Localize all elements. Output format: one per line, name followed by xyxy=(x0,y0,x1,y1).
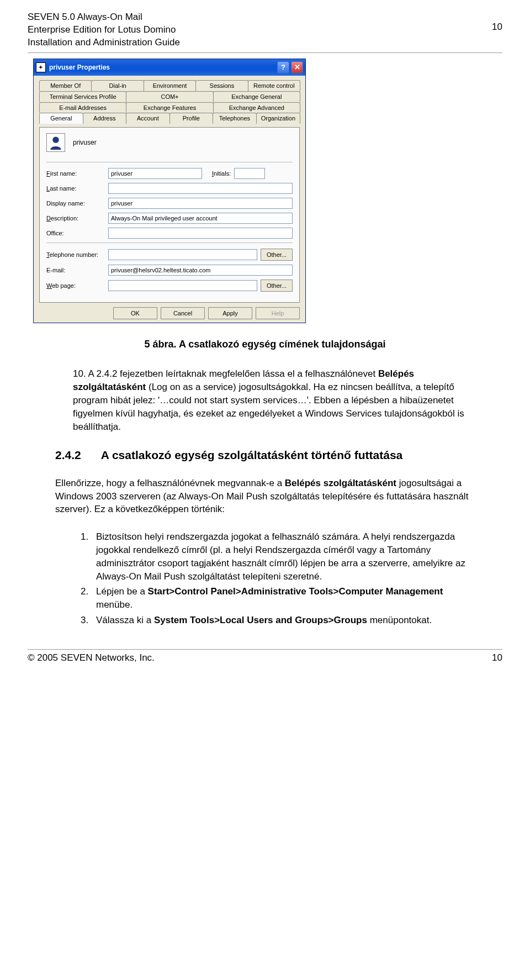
svg-point-0 xyxy=(52,137,59,143)
header-line2: Enterprise Edition for Lotus Domino xyxy=(28,24,180,36)
office-input[interactable] xyxy=(108,228,293,239)
window-title: privuser Properties xyxy=(49,63,110,72)
tab-account[interactable]: Account xyxy=(126,113,170,124)
label-office: Office: xyxy=(46,229,108,238)
footer-copyright: © 2005 SEVEN Networks, Inc. xyxy=(28,652,155,665)
telephone-input[interactable] xyxy=(108,249,257,260)
last-name-input[interactable] xyxy=(108,183,293,194)
tab-address[interactable]: Address xyxy=(83,113,127,124)
para1-a: 10. A 2.4.2 fejezetben leírtaknak megfel… xyxy=(73,368,378,379)
tab-com-plus[interactable]: COM+ xyxy=(126,91,213,102)
list-item: 3. Válassza ki a System Tools>Local User… xyxy=(81,614,475,627)
list-text-2: Lépjen be a Start>Control Panel>Administ… xyxy=(96,585,475,612)
properties-dialog: ✦ privuser Properties ? ✕ Member Of Dial… xyxy=(33,59,306,323)
para2-a: Ellenőrizze, hogy a felhasználónévnek me… xyxy=(55,478,285,488)
paragraph-2: Ellenőrizze, hogy a felhasználónévnek me… xyxy=(55,477,475,516)
telephone-other-button[interactable]: Other... xyxy=(261,249,293,261)
tab-terminal-services-profile[interactable]: Terminal Services Profile xyxy=(39,91,126,102)
apply-button[interactable]: Apply xyxy=(208,307,252,319)
tab-environment[interactable]: Environment xyxy=(144,80,196,91)
tab-exchange-general[interactable]: Exchange General xyxy=(213,91,300,102)
list-item: 1. Biztosítson helyi rendszergazda jogok… xyxy=(81,530,475,583)
tab-general[interactable]: General xyxy=(39,113,83,124)
label-email: E-mail: xyxy=(46,266,108,275)
ok-button[interactable]: OK xyxy=(113,307,157,319)
tab-organization[interactable]: Organization xyxy=(256,113,300,124)
webpage-other-button[interactable]: Other... xyxy=(261,280,293,292)
help-button[interactable]: ? xyxy=(277,61,289,73)
email-input[interactable] xyxy=(108,265,293,276)
tab-sessions[interactable]: Sessions xyxy=(195,80,248,91)
header-page-number: 10 xyxy=(492,11,502,34)
initials-input[interactable] xyxy=(234,168,265,179)
display-name-input[interactable] xyxy=(108,198,293,209)
figure-caption: 5 ábra. A csatlakozó egység címének tula… xyxy=(28,338,502,351)
header-line3: Installation and Administration Guide xyxy=(28,36,180,49)
list-text-1: Biztosítson helyi rendszergazda jogokat … xyxy=(96,530,475,583)
tab-stack: Member Of Dial-in Environment Sessions R… xyxy=(39,80,300,124)
list-number: 3. xyxy=(81,614,96,627)
tab-dial-in[interactable]: Dial-in xyxy=(91,80,144,91)
close-button[interactable]: ✕ xyxy=(291,61,303,73)
label-initials: Initials: xyxy=(212,170,231,178)
tab-exchange-advanced[interactable]: Exchange Advanced xyxy=(213,102,300,113)
first-name-input[interactable] xyxy=(108,168,202,179)
list-item: 2. Lépjen be a Start>Control Panel>Admin… xyxy=(81,585,475,612)
tab-remote-control[interactable]: Remote control xyxy=(248,80,300,91)
list-text-3: Válassza ki a System Tools>Local Users a… xyxy=(96,614,432,627)
header-line1: SEVEN 5.0 Always-On Mail xyxy=(28,11,180,24)
footer-page-number: 10 xyxy=(492,652,502,665)
user-avatar-icon xyxy=(46,133,65,152)
label-webpage: Web page: xyxy=(46,282,108,290)
section-title: A csatlakozó egység szolgáltatásként tör… xyxy=(101,449,403,461)
dialog-screenshot: ✦ privuser Properties ? ✕ Member Of Dial… xyxy=(33,59,502,323)
cancel-button[interactable]: Cancel xyxy=(161,307,205,319)
tab-profile[interactable]: Profile xyxy=(169,113,214,124)
paragraph-1: 10. A 2.4.2 fejezetben leírtaknak megfel… xyxy=(73,367,475,433)
username-display: privuser xyxy=(73,138,97,147)
section-number: 2.4.2 xyxy=(55,449,81,461)
window-icon: ✦ xyxy=(36,62,46,72)
header-text: SEVEN 5.0 Always-On Mail Enterprise Edit… xyxy=(28,11,180,49)
page-footer: © 2005 SEVEN Networks, Inc. 10 xyxy=(28,649,502,665)
label-telephone: Telephone number: xyxy=(46,251,108,259)
para2-b: Belépés szolgáltatásként xyxy=(285,478,396,488)
label-first-name: First name: xyxy=(46,170,108,178)
numbered-list: 1. Biztosítson helyi rendszergazda jogok… xyxy=(81,530,475,627)
description-input[interactable] xyxy=(108,213,293,224)
section-heading: 2.4.2A csatlakozó egység szolgáltatáskén… xyxy=(55,447,502,463)
webpage-input[interactable] xyxy=(108,280,257,291)
help-dialog-button[interactable]: Help xyxy=(256,307,300,319)
titlebar[interactable]: ✦ privuser Properties ? ✕ xyxy=(34,59,305,76)
page-header: SEVEN 5.0 Always-On Mail Enterprise Edit… xyxy=(28,11,502,53)
tab-email-addresses[interactable]: E-mail Addresses xyxy=(39,102,126,113)
tab-telephones[interactable]: Telephones xyxy=(213,113,257,124)
list-number: 2. xyxy=(81,585,96,612)
general-panel: privuser First name: Initials: Last name… xyxy=(39,127,300,303)
tab-member-of[interactable]: Member Of xyxy=(39,80,92,91)
label-last-name: Last name: xyxy=(46,185,108,193)
label-description: Description: xyxy=(46,214,108,223)
tab-exchange-features[interactable]: Exchange Features xyxy=(126,102,213,113)
list-number: 1. xyxy=(81,530,96,583)
label-display-name: Display name: xyxy=(46,199,108,208)
